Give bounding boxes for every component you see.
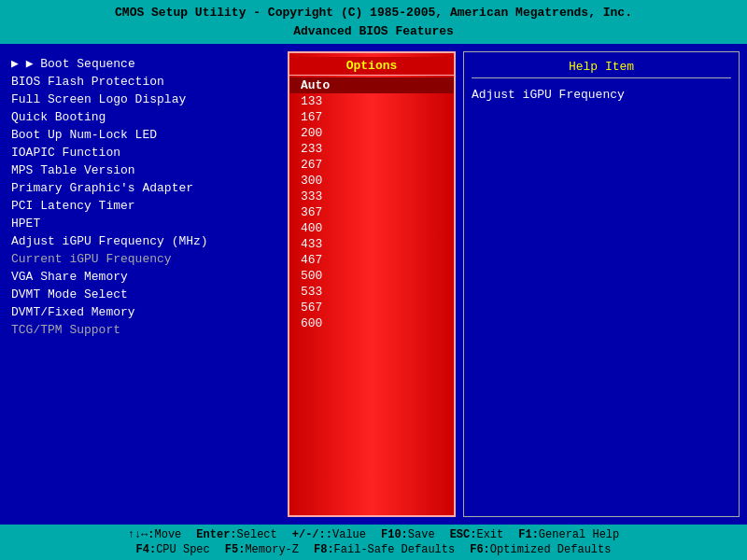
footer-key: F5: — [225, 543, 246, 556]
footer-item: +/-/::Value — [292, 528, 366, 541]
option-item-4[interactable]: 233 — [289, 141, 454, 157]
header-line2: Advanced BIOS Features — [7, 22, 740, 41]
menu-item-boot-sequence[interactable]: ▶ Boot Sequence — [7, 55, 288, 72]
help-text: Adjust iGPU Frequency — [472, 86, 731, 105]
option-item-0[interactable]: Auto — [289, 77, 454, 93]
menu-item-hpet[interactable]: HPET — [7, 216, 288, 231]
footer-item: F10:Save — [381, 528, 435, 541]
footer-key: +/-/:: — [292, 528, 332, 541]
footer-item: ↑↓↔:Move — [128, 528, 182, 541]
menu-item-vga-memory[interactable]: VGA Share Memory — [7, 269, 288, 285]
menu-panel: ▶ Boot SequenceBIOS Flash ProtectionFull… — [7, 51, 288, 517]
bios-setup: CMOS Setup Utility - Copyright (C) 1985-… — [0, 0, 747, 560]
footer-item: F5:Memory-Z — [225, 543, 299, 556]
menu-item-quick-booting[interactable]: Quick Booting — [7, 109, 288, 125]
menu-item-dvmt-mode[interactable]: DVMT Mode Select — [7, 287, 288, 302]
footer-key: F10: — [381, 528, 408, 541]
footer: ↑↓↔:MoveEnter:Select+/-/::ValueF10:SaveE… — [0, 525, 747, 560]
option-item-8[interactable]: 367 — [289, 204, 454, 220]
header-line1: CMOS Setup Utility - Copyright (C) 1985-… — [7, 4, 740, 22]
footer-item: Enter:Select — [196, 528, 276, 541]
menu-item-mps-table[interactable]: MPS Table Version — [7, 162, 288, 178]
option-item-14[interactable]: 567 — [289, 300, 454, 315]
footer-key: F6: — [470, 543, 490, 556]
option-item-1[interactable]: 133 — [289, 93, 454, 109]
option-item-7[interactable]: 333 — [289, 189, 454, 204]
menu-item-primary-graphics[interactable]: Primary Graphic's Adapter — [7, 180, 288, 196]
options-header: Options — [289, 57, 454, 76]
option-item-3[interactable]: 200 — [289, 125, 454, 141]
options-dropdown[interactable]: Options Auto1331672002332673003333674004… — [288, 51, 456, 517]
menu-item-full-screen-logo[interactable]: Full Screen Logo Display — [7, 91, 288, 107]
footer-key: F1: — [518, 528, 539, 541]
option-item-11[interactable]: 467 — [289, 252, 454, 268]
footer-item: ESC:Exit — [450, 528, 504, 541]
option-item-13[interactable]: 533 — [289, 284, 454, 300]
option-item-10[interactable]: 433 — [289, 236, 454, 252]
menu-item-bios-flash[interactable]: BIOS Flash Protection — [7, 74, 288, 90]
option-item-5[interactable]: 267 — [289, 157, 454, 173]
footer-key: ESC: — [450, 528, 477, 541]
header: CMOS Setup Utility - Copyright (C) 1985-… — [0, 0, 747, 44]
menu-item-pci-latency[interactable]: PCI Latency Timer — [7, 198, 288, 214]
footer-row1: ↑↓↔:MoveEnter:Select+/-/::ValueF10:SaveE… — [7, 528, 740, 541]
help-panel: Help Item Adjust iGPU Frequency — [463, 51, 740, 517]
footer-key: F8: — [314, 543, 334, 556]
main-content: ▶ Boot SequenceBIOS Flash ProtectionFull… — [0, 44, 747, 525]
option-item-6[interactable]: 300 — [289, 173, 454, 189]
footer-item: F6:Optimized Defaults — [470, 543, 611, 556]
option-item-15[interactable]: 600 — [289, 315, 454, 331]
option-item-2[interactable]: 167 — [289, 109, 454, 125]
menu-item-dvmt-fixed[interactable]: DVMT/Fixed Memory — [7, 304, 288, 320]
footer-key: Enter: — [196, 528, 236, 541]
menu-item-tcg-tpm[interactable]: TCG/TPM Support — [7, 322, 288, 338]
menu-item-boot-numlock[interactable]: Boot Up Num-Lock LED — [7, 127, 288, 143]
footer-key: ↑↓↔: — [128, 528, 155, 541]
help-title: Help Item — [472, 60, 731, 78]
footer-item: F1:General Help — [518, 528, 619, 541]
menu-item-current-igpu[interactable]: Current iGPU Frequency — [7, 251, 288, 267]
footer-row2: F4:CPU SpecF5:Memory-ZF8:Fail-Safe Defau… — [7, 543, 740, 556]
menu-item-ioapic[interactable]: IOAPIC Function — [7, 145, 288, 161]
option-item-9[interactable]: 400 — [289, 220, 454, 236]
footer-key: F4: — [136, 543, 157, 556]
footer-item: F4:CPU Spec — [136, 543, 210, 556]
option-item-12[interactable]: 500 — [289, 268, 454, 284]
menu-item-igpu-freq[interactable]: Adjust iGPU Frequency (MHz) — [7, 233, 288, 249]
footer-item: F8:Fail-Safe Defaults — [314, 543, 455, 556]
